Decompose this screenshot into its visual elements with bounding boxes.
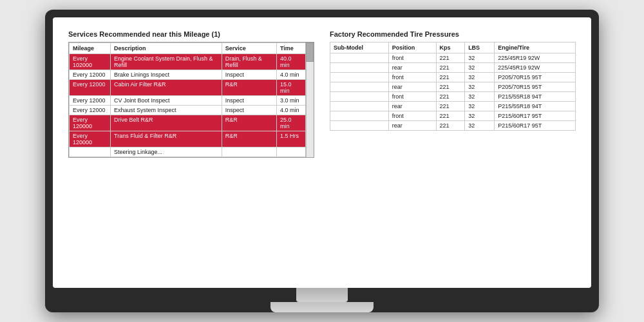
cell-submodel — [330, 111, 389, 121]
monitor-stand-neck — [296, 288, 348, 302]
services-table: Mileage Description Service Time Every 1… — [69, 43, 314, 157]
cell-mileage: Every 102000 — [70, 54, 111, 70]
cell-position: front — [388, 73, 436, 82]
cell-mileage: Every 12000 — [70, 96, 111, 106]
cell-submodel — [330, 53, 389, 63]
table-row: front22132P215/55R18 94T — [330, 92, 576, 102]
table-row: rear22132225/45R19 92W — [330, 63, 576, 73]
table-row: Every 120000Drive Belt R&RR&R25.0 min — [70, 115, 314, 131]
table-row: rear22132P215/55R18 94T — [330, 102, 576, 111]
col-kps: Kps — [436, 43, 465, 53]
cell-lbs: 32 — [465, 63, 495, 73]
cell-lbs: 32 — [465, 121, 495, 131]
cell-description: Cabin Air Filter R&R — [111, 80, 222, 96]
monitor-stand-base — [270, 302, 374, 312]
cell-service: R&R — [222, 80, 276, 96]
table-row: Every 12000Brake Linings InspectInspect4… — [70, 70, 314, 80]
cell-description: Trans Fluid & Filter R&R — [111, 131, 222, 147]
cell-service: Inspect — [222, 70, 276, 80]
cell-lbs: 32 — [465, 92, 495, 102]
cell-engine-tire: P215/60R17 95T — [495, 111, 576, 121]
cell-service — [222, 147, 276, 157]
cell-description: Exhaust System Inspect — [111, 106, 222, 115]
cell-description: Drive Belt R&R — [111, 115, 222, 131]
cell-description: Brake Linings Inspect — [111, 70, 222, 80]
cell-description: Engine Coolant System Drain, Flush & Ref… — [111, 54, 222, 70]
col-position: Position — [388, 43, 436, 53]
cell-kps: 221 — [436, 111, 465, 121]
cell-kps: 221 — [436, 82, 465, 92]
cell-mileage: Every 120000 — [70, 115, 111, 131]
table-row: Steering Linkage... — [70, 147, 314, 157]
cell-position: front — [388, 53, 436, 63]
services-table-wrapper: Mileage Description Service Time Every 1… — [68, 42, 314, 158]
cell-description: Steering Linkage... — [111, 147, 222, 157]
table-row: front22132225/45R19 92W — [330, 53, 576, 63]
cell-kps: 221 — [436, 102, 465, 111]
cell-description: CV Joint Boot Inspect — [111, 96, 222, 106]
cell-service: Inspect — [222, 106, 276, 115]
col-description: Description — [111, 43, 222, 54]
col-lbs: LBS — [465, 43, 495, 53]
table-row: Every 12000Exhaust System InspectInspect… — [70, 106, 314, 115]
tire-title: Factory Recommended Tire Pressures — [330, 30, 576, 38]
table-row: rear22132P205/70R15 95T — [330, 82, 576, 92]
cell-engine-tire: P215/55R18 94T — [495, 102, 576, 111]
cell-engine-tire: P205/70R15 95T — [495, 82, 576, 92]
cell-lbs: 32 — [465, 111, 495, 121]
col-engine-tire: Engine/Tire — [495, 43, 576, 53]
cell-lbs: 32 — [465, 102, 495, 111]
cell-kps: 221 — [436, 53, 465, 63]
scrollbar-thumb[interactable] — [306, 43, 314, 62]
cell-mileage: Every 12000 — [70, 106, 111, 115]
cell-position: front — [388, 111, 436, 121]
col-mileage: Mileage — [70, 43, 111, 54]
tire-table: Sub-Model Position Kps LBS Engine/Tire f… — [330, 42, 576, 131]
cell-engine-tire: P215/55R18 94T — [495, 92, 576, 102]
cell-position: rear — [388, 102, 436, 111]
content-area: Services Recommended near this Mileage (… — [68, 30, 576, 278]
col-submodel: Sub-Model — [330, 43, 389, 53]
cell-engine-tire: P205/70R15 95T — [495, 73, 576, 82]
cell-engine-tire: 225/45R19 92W — [495, 53, 576, 63]
cell-service: Inspect — [222, 96, 276, 106]
cell-mileage: Every 120000 — [70, 131, 111, 147]
cell-service: R&R — [222, 115, 276, 131]
cell-kps: 221 — [436, 73, 465, 82]
cell-service: Drain, Flush & Refill — [222, 54, 276, 70]
cell-kps: 221 — [436, 63, 465, 73]
scrollbar-track[interactable] — [306, 43, 314, 157]
services-section: Services Recommended near this Mileage (… — [68, 30, 314, 278]
monitor: Services Recommended near this Mileage (… — [45, 10, 599, 312]
table-row: Every 120000Trans Fluid & Filter R&RR&R1… — [70, 131, 314, 147]
cell-mileage: Every 12000 — [70, 80, 111, 96]
cell-mileage: Every 12000 — [70, 70, 111, 80]
screen: Services Recommended near this Mileage (… — [53, 17, 591, 288]
cell-kps: 221 — [436, 92, 465, 102]
table-row: rear22132P215/60R17 95T — [330, 121, 576, 131]
table-row: Every 12000CV Joint Boot InspectInspect3… — [70, 96, 314, 106]
table-row: Every 102000Engine Coolant System Drain,… — [70, 54, 314, 70]
cell-lbs: 32 — [465, 53, 495, 63]
tire-section: Factory Recommended Tire Pressures Sub-M… — [330, 30, 576, 278]
cell-service: R&R — [222, 131, 276, 147]
table-row: front22132P215/60R17 95T — [330, 111, 576, 121]
services-title: Services Recommended near this Mileage (… — [68, 30, 314, 38]
cell-kps: 221 — [436, 121, 465, 131]
cell-mileage — [70, 147, 111, 157]
cell-submodel — [330, 73, 389, 82]
table-row: Every 12000Cabin Air Filter R&RR&R15.0 m… — [70, 80, 314, 96]
tire-header-row: Sub-Model Position Kps LBS Engine/Tire — [330, 43, 576, 53]
cell-lbs: 32 — [465, 73, 495, 82]
cell-lbs: 32 — [465, 82, 495, 92]
cell-position: rear — [388, 82, 436, 92]
cell-submodel — [330, 63, 389, 73]
table-row: front22132P205/70R15 95T — [330, 73, 576, 82]
cell-position: rear — [388, 121, 436, 131]
cell-submodel — [330, 102, 389, 111]
cell-submodel — [330, 92, 389, 102]
cell-position: rear — [388, 63, 436, 73]
cell-engine-tire: 225/45R19 92W — [495, 63, 576, 73]
services-header-row: Mileage Description Service Time — [70, 43, 314, 54]
tire-table-wrapper: Sub-Model Position Kps LBS Engine/Tire f… — [330, 42, 576, 131]
